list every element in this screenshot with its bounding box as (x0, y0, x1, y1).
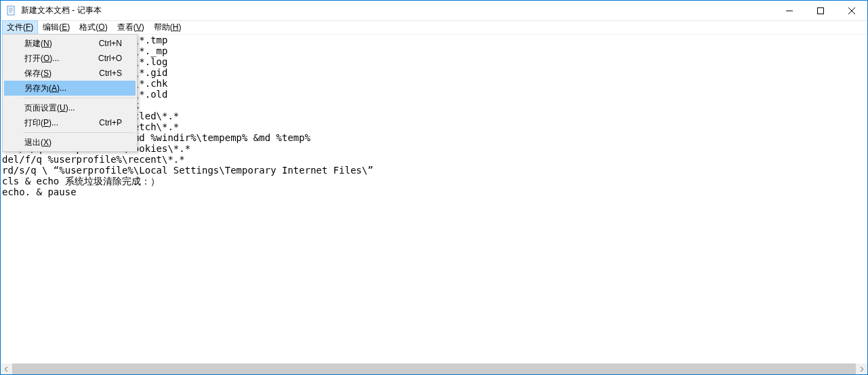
menu-save-label: 保存(S) (24, 68, 51, 79)
menu-save-shortcut: Ctrl+S (99, 68, 122, 78)
menu-open[interactable]: 打开(O)... Ctrl+O (4, 51, 136, 66)
scroll-right-button[interactable] (856, 363, 867, 374)
menu-save[interactable]: 保存(S) Ctrl+S (4, 66, 136, 81)
menu-print-label: 打印(P)... (24, 117, 58, 129)
close-button[interactable] (836, 1, 867, 20)
menu-help[interactable]: 帮助(H) (149, 20, 186, 35)
scroll-thumb[interactable] (12, 363, 856, 374)
menu-new[interactable]: 新建(N) Ctrl+N (4, 36, 136, 51)
menu-new-label: 新建(N) (24, 38, 52, 50)
svg-rect-0 (7, 6, 14, 15)
menu-edit[interactable]: 编辑(E) (38, 20, 75, 35)
menu-view[interactable]: 查看(V) (112, 20, 149, 35)
menu-print-shortcut: Ctrl+P (99, 118, 122, 127)
menu-file[interactable]: 文件(F) (2, 20, 38, 35)
app-icon (6, 5, 17, 16)
maximize-button[interactable] (805, 1, 836, 20)
menu-page-setup[interactable]: 页面设置(U)... (4, 100, 136, 115)
menu-open-shortcut: Ctrl+O (98, 54, 122, 63)
menu-format[interactable]: 格式(O) (75, 20, 112, 35)
menu-new-shortcut: Ctrl+N (99, 39, 122, 48)
menu-save-as-label: 另存为(A)... (24, 83, 66, 94)
scroll-track[interactable] (12, 363, 856, 374)
scroll-left-button[interactable] (1, 363, 12, 374)
window-title: 新建文本文档 - 记事本 (21, 5, 774, 16)
horizontal-scrollbar[interactable] (1, 363, 867, 374)
menu-open-label: 打开(O)... (24, 53, 59, 64)
minimize-button[interactable] (774, 1, 805, 20)
window-controls (774, 1, 867, 20)
menu-print[interactable]: 打印(P)... Ctrl+P (4, 115, 136, 130)
menu-exit[interactable]: 退出(X) (4, 135, 136, 150)
svg-rect-6 (818, 7, 824, 14)
menu-page-setup-label: 页面设置(U)... (24, 102, 75, 114)
menubar: 文件(F) 编辑(E) 格式(O) 查看(V) 帮助(H) (1, 21, 867, 35)
menu-separator (23, 132, 135, 133)
menu-exit-label: 退出(X) (24, 137, 51, 149)
titlebar: 新建文本文档 - 记事本 (1, 1, 867, 21)
file-menu-dropdown: 新建(N) Ctrl+N 打开(O)... Ctrl+O 保存(S) Ctrl+… (2, 34, 138, 152)
menu-save-as[interactable]: 另存为(A)... (4, 81, 136, 96)
menu-separator (23, 98, 135, 98)
